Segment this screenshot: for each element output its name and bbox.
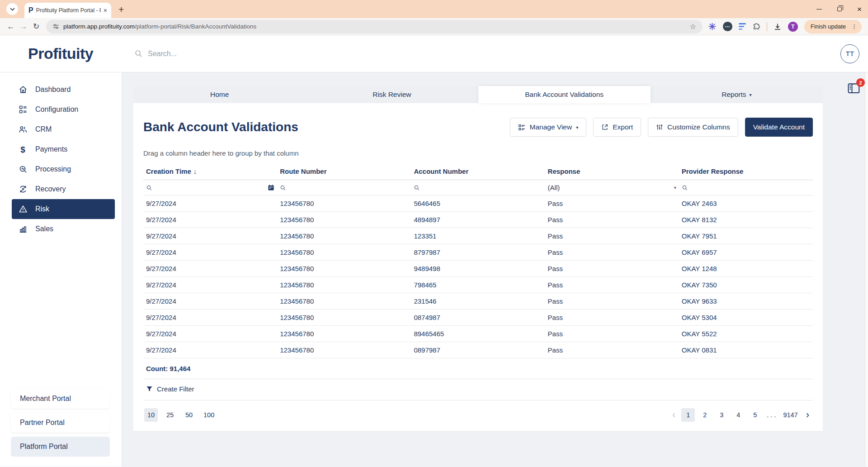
cell-creation-time: 9/27/2024 <box>143 212 277 228</box>
site-info-icon[interactable] <box>52 23 59 30</box>
browser-menu-icon[interactable]: ⋮ <box>849 23 859 30</box>
create-filter-button[interactable]: Create Filter <box>146 385 194 393</box>
table-row[interactable]: 9/27/20241234567800874987PassOKAY 5304 <box>143 310 813 326</box>
browser-tab[interactable]: P Profituity Platform Portal - Platf × <box>24 3 111 18</box>
previous-page-button[interactable]: ‹ <box>670 410 678 420</box>
page-button-1[interactable]: 1 <box>681 408 695 422</box>
bookmark-star-icon[interactable]: ☆ <box>690 22 696 31</box>
table-row[interactable]: 9/27/2024123456780123351PassOKAY 7951 <box>143 228 813 244</box>
platform-portal-button[interactable]: Platform Portal <box>11 437 110 457</box>
page-button-5[interactable]: 5 <box>748 408 762 422</box>
route-number-filter-input[interactable] <box>290 184 408 191</box>
global-search[interactable] <box>134 49 338 58</box>
sidebar-item-payments[interactable]: $ Payments <box>0 139 122 159</box>
search-input[interactable] <box>148 50 338 58</box>
table-row[interactable]: 9/27/20241234567804894897PassOKAY 8132 <box>143 212 813 228</box>
filter-provider-response[interactable] <box>679 180 813 195</box>
page-button-3[interactable]: 3 <box>715 408 728 422</box>
window-minimize-button[interactable] <box>816 9 822 10</box>
customize-columns-button[interactable]: Customize Columns <box>648 118 738 137</box>
validations-table: Creation Time↓ Route Number Account Numb… <box>143 163 813 358</box>
page-ellipsis: . . . <box>765 411 778 419</box>
column-header-account-number[interactable]: Account Number <box>411 163 545 180</box>
cell-creation-time: 9/27/2024 <box>143 342 277 358</box>
column-header-creation-time[interactable]: Creation Time↓ <box>143 163 277 180</box>
manage-view-button[interactable]: Manage View ▾ <box>510 118 587 137</box>
sidebar-item-crm[interactable]: CRM <box>0 119 122 139</box>
extensions-puzzle-icon[interactable] <box>752 23 760 31</box>
cell-account-number: 9489498 <box>411 261 545 277</box>
page-size-25[interactable]: 25 <box>163 408 177 422</box>
sidebar-item-risk[interactable]: Risk <box>12 199 115 219</box>
page-button-4[interactable]: 4 <box>731 408 745 422</box>
filter-account-number[interactable] <box>411 180 545 195</box>
funnel-icon <box>146 386 153 392</box>
search-icon <box>682 185 688 191</box>
column-header-provider-response[interactable]: Provider Response <box>679 163 813 180</box>
cell-route-number: 123456780 <box>277 261 411 277</box>
tab-search-button[interactable] <box>6 3 18 15</box>
table-row[interactable]: 9/27/20241234567809489498PassOKAY 1248 <box>143 261 813 277</box>
table-row[interactable]: 9/27/20241234567805646465PassOKAY 2463 <box>143 195 813 212</box>
table-row[interactable]: 9/27/20241234567808797987PassOKAY 6957 <box>143 244 813 261</box>
column-header-response[interactable]: Response <box>545 163 679 180</box>
bars-extension-icon[interactable] <box>739 23 746 30</box>
sidebar: Dashboard Configuration CRM $ Payments P… <box>0 72 122 467</box>
cell-response: Pass <box>545 277 679 293</box>
new-tab-button[interactable]: + <box>118 5 124 14</box>
validate-account-button[interactable]: Validate Account <box>745 118 813 137</box>
page-size-10[interactable]: 10 <box>144 408 158 422</box>
next-page-button[interactable]: › <box>803 410 812 420</box>
back-button[interactable]: ← <box>5 22 17 31</box>
chevron-down-icon: ▾ <box>674 185 676 190</box>
sidebar-item-recovery[interactable]: Recovery <box>0 179 122 199</box>
table-row[interactable]: 9/27/2024123456780798465PassOKAY 7350 <box>143 277 813 293</box>
profituity-logo[interactable]: Profituity <box>28 45 93 62</box>
tab-bank-account-validations[interactable]: Bank Account Validations <box>478 86 651 103</box>
sidebar-item-dashboard[interactable]: Dashboard <box>0 80 122 100</box>
panel-toggle-button[interactable]: 2 <box>847 82 861 95</box>
table-row[interactable]: 9/27/2024123456780231546PassOKAY 9633 <box>143 293 813 310</box>
sidebar-item-processing[interactable]: Processing <box>0 159 122 179</box>
merchant-portal-button[interactable]: Merchant Portal <box>11 389 110 409</box>
forward-button[interactable]: → <box>17 22 30 31</box>
browser-profile-avatar[interactable]: T <box>788 22 798 32</box>
table-row[interactable]: 9/27/20241234567800897987PassOKAY 0831 <box>143 342 813 358</box>
creation-time-filter-input[interactable] <box>156 184 264 191</box>
column-header-route-number[interactable]: Route Number <box>277 163 411 180</box>
filter-creation-time[interactable] <box>143 180 277 195</box>
window-restore-button[interactable] <box>837 7 842 11</box>
partner-portal-button[interactable]: Partner Portal <box>11 413 110 433</box>
finish-update-button[interactable]: Finish update ⋮ <box>804 20 862 33</box>
tab-risk-review[interactable]: Risk Review <box>306 86 478 103</box>
scrollbar[interactable] <box>865 72 868 467</box>
sidebar-item-sales[interactable]: Sales <box>0 219 122 239</box>
filter-route-number[interactable] <box>277 180 411 195</box>
cell-account-number: 0874987 <box>411 310 545 326</box>
address-bar[interactable]: platform.app.profituity.com/platform-por… <box>46 20 703 33</box>
response-filter-select[interactable]: (All) ▾ <box>548 184 676 191</box>
sidebar-item-configuration[interactable]: Configuration <box>0 100 122 119</box>
table-row[interactable]: 9/27/202412345678089465465PassOKAY 5522 <box>143 326 813 342</box>
account-number-filter-input[interactable] <box>424 184 542 191</box>
cell-route-number: 123456780 <box>277 326 411 342</box>
window-close-button[interactable]: × <box>857 5 862 13</box>
page-size-50[interactable]: 50 <box>182 408 196 422</box>
page-size-100[interactable]: 100 <box>201 408 217 422</box>
export-button[interactable]: Export <box>593 118 641 137</box>
password-extension-icon[interactable]: ••• <box>723 22 732 31</box>
cell-account-number: 123351 <box>411 228 545 244</box>
tab-reports[interactable]: Reports▾ <box>651 86 823 103</box>
download-icon[interactable] <box>774 23 782 31</box>
calendar-icon[interactable] <box>268 184 274 191</box>
tab-close-button[interactable]: × <box>104 7 107 14</box>
tab-home[interactable]: Home <box>133 86 306 103</box>
filter-response[interactable]: (All) ▾ <box>545 180 679 195</box>
page-button-2[interactable]: 2 <box>698 408 712 422</box>
page-button-last[interactable]: 9147 <box>781 408 800 422</box>
user-avatar[interactable]: TT <box>840 44 859 63</box>
snowflake-extension-icon[interactable] <box>708 22 717 31</box>
reload-button[interactable]: ↻ <box>30 22 42 31</box>
cell-creation-time: 9/27/2024 <box>143 277 277 293</box>
provider-response-filter-input[interactable] <box>692 184 810 191</box>
